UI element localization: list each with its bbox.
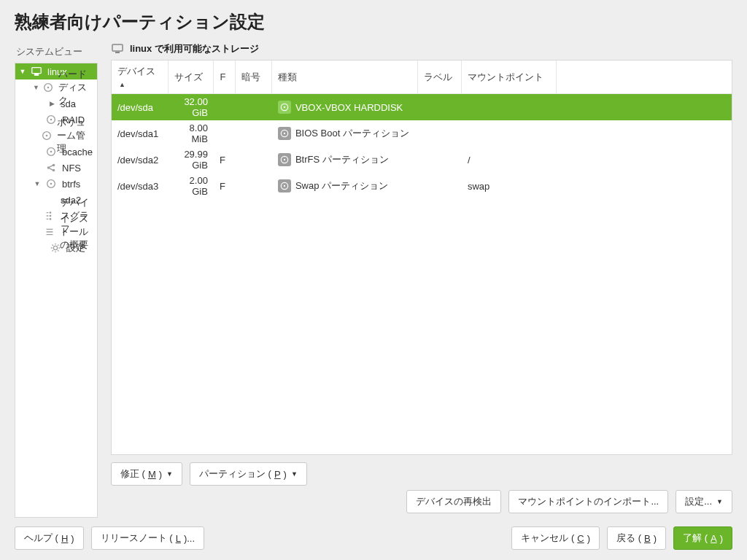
disk-icon [278,153,291,166]
chevron-down-icon: ▼ [166,470,173,478]
disk-icon [44,177,58,190]
svg-point-26 [284,159,285,160]
chevron-down-icon[interactable]: ▼ [33,180,42,187]
storage-header: linux で利用可能なストレージ [130,42,259,55]
cell-device: /dev/sda [112,94,169,121]
svg-rect-0 [32,68,41,74]
chevron-right-icon[interactable]: ▶ [47,100,56,107]
table-row[interactable]: /dev/sda32.00 GiBFSwap パーティションswap [112,173,732,199]
disk-icon [278,127,291,140]
tree-item-setg[interactable]: 設定 [15,240,97,256]
cell-size: 32.00 GiB [169,94,214,121]
disk-icon [41,129,53,142]
svg-point-14 [50,183,53,185]
svg-point-15 [49,211,51,214]
col-label[interactable]: ラベル [418,61,462,94]
release-notes-button[interactable]: リリースノート (L)... [91,526,204,550]
storage-table[interactable]: デバイス▲ サイズ F 暗号 種類 ラベル マウントポイント /dev/sda3… [111,60,732,455]
monitor-icon [111,42,124,55]
table-row[interactable]: /dev/sda229.99 GiBFBtrFS パーティション/ [112,147,732,173]
type-label: Swap パーティション [295,179,388,192]
svg-point-17 [49,218,51,220]
svg-point-28 [284,185,285,187]
cell-device: /dev/sda1 [112,120,169,147]
tree-item-label: bcache [61,147,93,158]
svg-point-5 [50,119,53,121]
import-mounts-button[interactable]: マウントポイントのインポート... [508,490,668,513]
cell-enc [236,120,272,147]
cell-label [418,94,462,121]
cell-f [214,94,236,121]
cell-type: VBOX-VBOX HARDDISK [272,94,418,121]
cell-enc [236,173,272,199]
tree-item-nfs[interactable]: NFS [15,160,97,176]
svg-point-12 [53,169,55,172]
col-size[interactable]: サイズ [169,61,214,94]
cancel-button[interactable]: キャンセル (C) [511,526,600,550]
sort-asc-icon: ▲ [119,81,125,88]
col-device[interactable]: デバイス▲ [112,61,169,94]
modify-button[interactable]: 修正 (M)▼ [111,462,182,486]
svg-rect-19 [112,44,123,51]
tree-item-label: NFS [61,163,81,174]
cell-type: BtrFS パーティション [272,147,418,173]
cell-f: F [214,173,236,199]
svg-point-9 [50,151,53,153]
svg-point-18 [53,246,57,249]
col-enc[interactable]: 暗号 [236,61,272,94]
chevron-down-icon[interactable]: ▼ [18,68,27,75]
settings-button[interactable]: 設定...▼ [676,490,732,513]
table-row[interactable]: /dev/sda32.00 GiBVBOX-VBOX HARDDISK [112,94,732,121]
cell-size: 2.00 GiB [169,173,214,199]
help-button[interactable]: ヘルプ (H) [15,526,84,550]
svg-point-7 [45,135,47,137]
svg-rect-20 [115,52,120,53]
table-row[interactable]: /dev/sda18.00 MiBBIOS Boot パーティション [112,120,732,147]
cell-device: /dev/sda2 [112,147,169,173]
chevron-down-icon: ▼ [291,470,298,478]
cell-mount [462,94,557,121]
type-label: BtrFS パーティション [295,153,389,166]
col-f[interactable]: F [214,61,236,94]
tree-item-label: btrfs [61,179,80,190]
page-title: 熟練者向けパーティション設定 [0,0,747,39]
chevron-down-icon[interactable]: ▼ [33,84,39,91]
tree-item-label: sda [59,98,76,109]
type-label: VBOX-VBOX HARDDISK [295,102,403,113]
cell-mount: / [462,147,557,173]
disk-icon [278,101,291,114]
disk-icon [278,179,291,192]
disk-icon [42,81,54,94]
svg-point-24 [284,133,285,134]
list-icon [44,225,55,238]
graph-icon [44,209,56,222]
col-mount[interactable]: マウントポイント [462,61,557,94]
ok-button[interactable]: 了解 (A) [673,526,732,550]
tree-item-inst[interactable]: インストールの概要 [15,224,97,240]
rescan-button[interactable]: デバイスの再検出 [406,490,501,513]
cell-f [214,120,236,147]
cell-f: F [214,147,236,173]
col-type[interactable]: 種類 [272,61,418,94]
cell-label [418,173,462,199]
tree-item-vm[interactable]: ボリューム管理 [15,128,97,144]
cell-enc [236,147,272,173]
col-spacer [557,61,732,94]
cell-enc [236,94,272,121]
partition-button[interactable]: パーティション (P)▼ [190,462,307,486]
back-button[interactable]: 戻る (B) [607,526,666,550]
share-icon [44,161,58,174]
tree-item-bcache[interactable]: bcache [15,144,97,160]
disk-icon [44,145,58,158]
svg-point-11 [53,164,55,167]
type-label: BIOS Boot パーティション [295,127,409,140]
cell-mount [462,120,557,147]
svg-rect-1 [34,74,38,76]
cell-size: 8.00 MiB [169,120,214,147]
monitor-icon [30,65,43,78]
cell-type: Swap パーティション [272,173,418,199]
system-view-tree[interactable]: ▼linux▼ハードディスク▶sdaRAIDボリューム管理bcacheNFS▼b… [15,63,98,518]
cell-mount: swap [462,173,557,199]
tree-item-hdd[interactable]: ▼ハードディスク [15,79,97,96]
tree-item-btrfs[interactable]: ▼btrfs [15,176,97,192]
